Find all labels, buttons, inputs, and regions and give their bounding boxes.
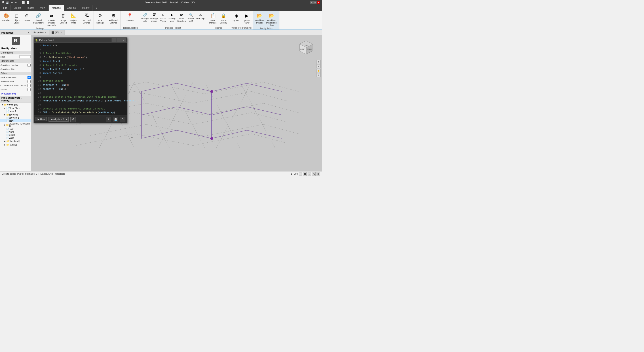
load-into-project-close-btn[interactable]: 📂 Load intoProject and Close: [265, 12, 278, 27]
tree-views-all[interactable]: ▼ 📁 Views (all): [0, 103, 31, 106]
ribbon-group-family-editor: 📂 Load intoProject 📂 Load intoProject an…: [253, 11, 280, 30]
tree-sheets[interactable]: ▶ 📁 Sheets (all): [0, 139, 31, 143]
dynamo-btn[interactable]: ◈ Dynamo: [231, 12, 241, 22]
save-script-btn[interactable]: 💾: [113, 117, 118, 122]
quick-access-save[interactable]: 💾: [5, 1, 10, 4]
quick-access-open[interactable]: 📄: [26, 1, 30, 4]
location-btn[interactable]: 📍 Location: [125, 12, 134, 22]
shared-parameters-btn[interactable]: 🔗 SharedParameters: [32, 12, 45, 25]
tree-east[interactable]: 📄 East: [0, 128, 31, 130]
warnings-btn[interactable]: ⚠ Warnings: [196, 12, 206, 20]
detail-level-btn[interactable]: ▤: [316, 172, 320, 176]
thin-lines-btn[interactable]: ═: [308, 172, 311, 176]
3d-canvas[interactable]: + TOP FRONT RIGHT + − ✋ ↻: [31, 35, 322, 171]
tab-contextual[interactable]: ▾: [93, 5, 100, 11]
shared-params-label: SharedParameters: [33, 19, 44, 24]
quick-access-new[interactable]: ⬜: [21, 1, 25, 4]
transfer-standards-btn[interactable]: ⇄ TransferProject Standards: [45, 12, 58, 27]
tree-3d-current[interactable]: 📄 {3D}: [0, 119, 31, 122]
host-value[interactable]: [20, 55, 30, 58]
close-btn[interactable]: ✕: [317, 1, 320, 4]
3d-tab-close[interactable]: ✕: [60, 31, 62, 34]
omniclass-number-label: OmniClass Number: [0, 64, 27, 66]
tab-view[interactable]: View: [37, 5, 49, 11]
decal-icon: 🏷: [160, 12, 166, 18]
tree-3d-views[interactable]: ▼ 📁 3D Views: [0, 113, 31, 116]
python-minimize-btn[interactable]: −: [112, 38, 116, 42]
properties-help-link[interactable]: Properties help: [0, 92, 31, 96]
properties-close-icon[interactable]: ✕: [28, 31, 30, 34]
zoom-fit-btn[interactable]: ⬜: [299, 172, 302, 176]
tab-3d-view[interactable]: ⬛ {3D} ✕: [49, 30, 64, 35]
tree-families[interactable]: ▶ 📁 Families: [0, 143, 31, 146]
snaps-btn[interactable]: ⊕ Snaps: [22, 12, 32, 22]
tree-elevations[interactable]: ▼ 📁 Elevations (Elevation 1): [0, 122, 31, 128]
python-script-window: 🐍 Python Script − □ ✕ 1 import clr: [34, 37, 128, 123]
tree-west[interactable]: 📄 West: [0, 136, 31, 139]
python-maximize-btn[interactable]: □: [116, 38, 121, 42]
structural-items: 🏗 StructuralSettings: [81, 12, 92, 29]
dynamo-player-btn[interactable]: ▶ DynamoPlayer: [242, 12, 252, 25]
engine-select[interactable]: IronPython2 CPython3: [48, 117, 68, 122]
work-plane-based-checkbox[interactable]: [28, 76, 30, 79]
python-close-btn[interactable]: ✕: [122, 38, 126, 42]
floor-plans-expand-icon: ▼: [3, 107, 6, 110]
view-mode-btn[interactable]: ⬛: [303, 172, 307, 176]
maximize-btn[interactable]: □: [314, 1, 316, 4]
project-units-btn[interactable]: 📐 ProjectUnits: [68, 12, 78, 25]
settings-script-btn[interactable]: ⟳: [120, 117, 126, 122]
purge-unused-btn[interactable]: 🗑 PurgeUnused: [58, 12, 68, 25]
ribbon-group-mep: ⚙ MEPSettings: [94, 11, 107, 30]
zoom-out-btn[interactable]: −: [316, 64, 320, 68]
starting-view-btn[interactable]: ▶ StartingView: [168, 12, 176, 23]
select-by-id-btn[interactable]: 🔍 Selectby ID: [187, 12, 195, 23]
quick-access-redo[interactable]: ↪: [14, 1, 17, 4]
tab-manage[interactable]: Manage: [49, 5, 64, 11]
ribbon-group-structural: 🏗 StructuralSettings: [80, 11, 94, 30]
svg-text:FRONT: FRONT: [307, 48, 313, 50]
mep-settings-btn[interactable]: ⚙ MEPSettings: [95, 12, 105, 25]
always-vertical-checkbox[interactable]: [28, 80, 30, 83]
tree-north[interactable]: 📄 North: [0, 130, 31, 133]
shared-checkbox[interactable]: [28, 88, 30, 91]
object-styles-btn[interactable]: ◻ ObjectStyles: [12, 12, 22, 25]
properties-tab-close[interactable]: ✕: [45, 31, 47, 34]
manage-images-btn[interactable]: 🖼 ManageImages: [150, 12, 158, 23]
quick-access-undo[interactable]: ↩: [10, 1, 13, 4]
orbit-btn[interactable]: ↻: [316, 73, 320, 77]
shadows-btn[interactable]: ◑: [312, 172, 316, 176]
tab-properties-view[interactable]: Properties ✕: [31, 30, 49, 35]
transfer-label: TransferProject Standards: [46, 19, 57, 27]
code-line-7: 7 from Revit.Elements import *: [36, 67, 126, 71]
reset-btn[interactable]: ↺: [70, 117, 76, 122]
macro-security-btn[interactable]: 🔒 MacroSecurity: [218, 12, 228, 25]
minimize-btn[interactable]: −: [310, 1, 313, 4]
run-button[interactable]: ▶ Run: [36, 117, 47, 121]
tree-level1[interactable]: 📄 Level 1: [0, 110, 31, 113]
decal-types-btn[interactable]: 🏷 DecalTypes: [159, 12, 167, 23]
code-line-12: 12 endRefPt = IN[1]: [36, 87, 126, 91]
help-btn[interactable]: ?: [106, 117, 111, 122]
ribbon: File Create Insert View Manage Add-Ins M…: [0, 5, 322, 30]
pan-btn[interactable]: ✋: [316, 69, 320, 73]
manage-links-btn[interactable]: 🔗 ManageLinks: [140, 12, 149, 23]
structural-settings-btn[interactable]: 🏗 StructuralSettings: [81, 12, 92, 25]
cut-voids-checkbox[interactable]: [28, 84, 30, 87]
tab-file[interactable]: File: [0, 5, 10, 11]
omniclass-number-checkbox[interactable]: [28, 64, 30, 67]
ids-selection-btn[interactable]: ID IDs ofSelection: [176, 12, 186, 23]
south-icon: 📄: [6, 134, 9, 136]
materials-btn[interactable]: 🎨 Materials: [1, 12, 12, 22]
tree-south[interactable]: 📄 South: [0, 133, 31, 136]
tab-modify[interactable]: Modify: [79, 5, 93, 11]
additional-settings-btn[interactable]: ⚙ AdditionalSettings: [108, 12, 119, 25]
tab-addins[interactable]: Add-Ins: [64, 5, 79, 11]
load-into-project-btn[interactable]: 📂 Load intoProject: [254, 12, 264, 25]
macro-manager-btn[interactable]: 📋 MacroManager: [208, 12, 218, 25]
tab-create[interactable]: Create: [10, 5, 24, 11]
tab-insert[interactable]: Insert: [24, 5, 37, 11]
tree-3d-view1[interactable]: 📄 3D View 1: [0, 116, 31, 119]
zoom-in-btn[interactable]: +: [316, 60, 320, 64]
tree-floor-plans[interactable]: ▼ 📄 Floor Plans: [0, 106, 31, 110]
nav-cube[interactable]: TOP FRONT RIGHT: [297, 40, 315, 58]
